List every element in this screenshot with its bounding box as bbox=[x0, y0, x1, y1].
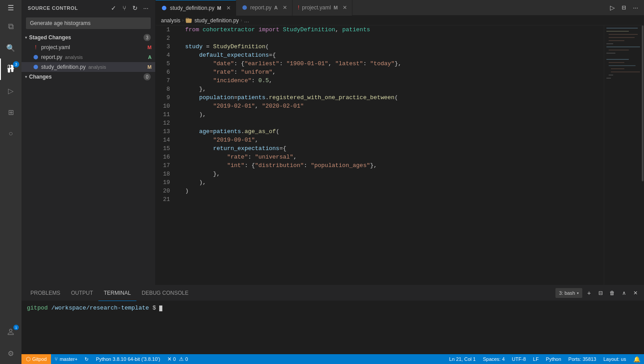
close-panel-button[interactable]: ✕ bbox=[631, 288, 640, 298]
branch-icon[interactable]: ⑂ bbox=[119, 3, 129, 13]
activity-run[interactable]: ▷ bbox=[0, 80, 21, 101]
line-num-6: 6 bbox=[156, 68, 174, 76]
line-num-21: 21 bbox=[156, 195, 174, 204]
breadcrumb-analysis[interactable]: analysis bbox=[161, 17, 180, 24]
svg-rect-17 bbox=[611, 71, 640, 72]
staged-changes-count: 3 bbox=[144, 34, 151, 41]
tab-debug-console[interactable]: DEBUG CONSOLE bbox=[136, 285, 194, 301]
breadcrumb-file[interactable]: study_definition.py bbox=[195, 17, 239, 24]
branch-status[interactable]: ⑂ master+ bbox=[51, 354, 81, 364]
svg-rect-6 bbox=[609, 34, 638, 35]
cursor-position-status[interactable]: Ln 21, Col 1 bbox=[445, 354, 479, 364]
tab-bar: study_definition.py M ✕ report.py A ✕ ! bbox=[156, 0, 644, 16]
warning-count: 0 bbox=[185, 356, 188, 362]
svg-point-2 bbox=[162, 6, 166, 10]
changes-header[interactable]: ▾ Changes 0 bbox=[21, 72, 155, 82]
changes-count: 0 bbox=[144, 73, 151, 80]
more-icon[interactable]: ··· bbox=[141, 3, 151, 13]
commit-button[interactable]: ✓ Commit All Staged bbox=[109, 3, 119, 13]
tab-output[interactable]: OUTPUT bbox=[66, 285, 98, 301]
staged-file-project-yaml[interactable]: ! project.yaml M bbox=[21, 42, 155, 52]
sync-status[interactable]: ↻ bbox=[81, 354, 92, 364]
line-num-12: 12 bbox=[156, 119, 174, 127]
refresh-icon[interactable]: ↻ bbox=[130, 3, 140, 13]
staged-changes-header[interactable]: ▾ Staged Changes 3 bbox=[21, 33, 155, 42]
line-num-10: 10 bbox=[156, 102, 174, 110]
file-name-project-yaml: project.yaml bbox=[41, 44, 148, 50]
python-icon-tab1 bbox=[161, 5, 167, 11]
code-line-11: ), bbox=[185, 110, 604, 119]
run-file-button[interactable]: ▷ bbox=[607, 3, 617, 13]
code-line-15: return_expectations={ bbox=[185, 144, 604, 153]
svg-rect-5 bbox=[606, 31, 629, 32]
more-editor-button[interactable]: ··· bbox=[631, 3, 640, 13]
line-num-17: 17 bbox=[156, 161, 174, 170]
split-terminal-button[interactable]: ⊟ bbox=[596, 288, 606, 298]
tab-modified-report: A bbox=[274, 5, 278, 10]
layout-status[interactable]: Layout: us bbox=[600, 354, 630, 364]
maximize-panel-button[interactable]: ∧ bbox=[619, 288, 629, 298]
activity-explorer[interactable]: ⧉ bbox=[0, 16, 21, 37]
code-line-2 bbox=[185, 34, 604, 42]
activity-extensions[interactable]: ⊞ bbox=[0, 101, 21, 123]
line-ending-status[interactable]: LF bbox=[530, 354, 542, 364]
line-num-13: 13 bbox=[156, 127, 174, 136]
breadcrumb-more[interactable]: … bbox=[244, 17, 249, 24]
add-terminal-button[interactable]: + bbox=[584, 288, 594, 298]
activity-remote[interactable]: ○ bbox=[0, 123, 21, 144]
line-num-19: 19 bbox=[156, 178, 174, 187]
line-num-15: 15 bbox=[156, 144, 174, 153]
terminal-cursor bbox=[159, 305, 162, 311]
gitpod-icon: ⬡ bbox=[26, 356, 30, 362]
menu-icon[interactable]: ☰ bbox=[0, 0, 21, 16]
ports-status[interactable]: Ports: 35813 bbox=[565, 354, 600, 364]
commit-input[interactable] bbox=[26, 17, 151, 29]
file-path-report: analysis bbox=[65, 54, 83, 60]
terminal-content[interactable]: gitpod /workspace/research-template $ bbox=[21, 301, 644, 354]
notifications-button[interactable]: 🔔 bbox=[630, 354, 644, 364]
tab-close-yaml[interactable]: ✕ bbox=[341, 4, 348, 11]
editor-area: study_definition.py M ✕ report.py A ✕ ! bbox=[156, 0, 644, 285]
staged-file-report-py[interactable]: report.py analysis A bbox=[21, 52, 155, 62]
split-editor-button[interactable]: ⊟ bbox=[619, 3, 629, 13]
code-content[interactable]: from cohortextractor import StudyDefinit… bbox=[178, 25, 604, 285]
line-num-5: 5 bbox=[156, 59, 174, 68]
file-path-study: analysis bbox=[88, 64, 106, 70]
tab-problems[interactable]: PROBLEMS bbox=[25, 285, 66, 301]
tab-project-yaml[interactable]: ! project.yaml M ✕ bbox=[292, 0, 352, 16]
tab-label-study-definition: study_definition.py bbox=[170, 5, 214, 11]
tab-close-study[interactable]: ✕ bbox=[225, 4, 232, 12]
svg-rect-13 bbox=[606, 59, 629, 60]
svg-rect-19 bbox=[606, 78, 611, 79]
activity-search[interactable]: 🔍 bbox=[0, 37, 21, 59]
line-num-18: 18 bbox=[156, 170, 174, 178]
code-line-14: "2019-09-01", bbox=[185, 136, 604, 144]
spaces-status[interactable]: Spaces: 4 bbox=[479, 354, 508, 364]
gitpod-button[interactable]: ⬡ Gitpod bbox=[21, 354, 51, 364]
tab-study-definition[interactable]: study_definition.py M ✕ bbox=[156, 0, 236, 16]
line-num-11: 11 bbox=[156, 110, 174, 119]
terminal-selector[interactable]: 3: bash ▾ bbox=[555, 288, 582, 298]
svg-rect-11 bbox=[609, 50, 629, 50]
sidebar: SOURCE CONTROL ✓ Commit All Staged ⑂ ↻ ·… bbox=[21, 0, 156, 285]
terminal-prompt-gitpod: gitpod bbox=[27, 305, 48, 311]
account-icon[interactable]: 1 bbox=[0, 321, 21, 343]
svg-rect-9 bbox=[606, 43, 613, 44]
language-status[interactable]: Python bbox=[542, 354, 565, 364]
staged-chevron-icon: ▾ bbox=[25, 35, 27, 40]
activity-scm[interactable]: 3 bbox=[0, 59, 21, 80]
settings-icon[interactable]: ⚙ bbox=[0, 343, 21, 364]
tab-report[interactable]: report.py A ✕ bbox=[236, 0, 292, 16]
svg-rect-10 bbox=[606, 46, 640, 47]
tab-terminal[interactable]: TERMINAL bbox=[98, 285, 136, 301]
line-num-7: 7 bbox=[156, 76, 174, 85]
terminal-name: 3: bash bbox=[559, 290, 575, 296]
python-version-status[interactable]: Python 3.8.10 64-bit ('3.8.10') bbox=[92, 354, 164, 364]
staged-file-study-definition[interactable]: study_definition.py analysis M bbox=[21, 62, 155, 72]
kill-terminal-button[interactable]: 🗑 bbox=[607, 288, 617, 298]
panel: PROBLEMS OUTPUT TERMINAL DEBUG CONSOLE 3… bbox=[21, 285, 644, 354]
tab-close-report[interactable]: ✕ bbox=[281, 4, 288, 11]
encoding-status[interactable]: UTF-8 bbox=[508, 354, 530, 364]
errors-status[interactable]: ✕ 0 ⚠ 0 bbox=[164, 354, 191, 364]
code-line-9: population=patients.registered_with_one_… bbox=[185, 93, 604, 102]
